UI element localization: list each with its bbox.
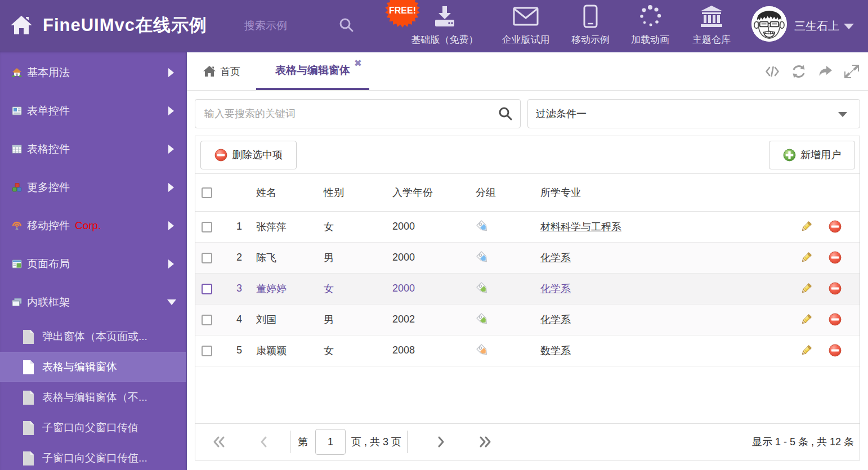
major-link[interactable]: 化学系 — [540, 283, 571, 294]
row-checkbox[interactable] — [202, 222, 212, 232]
cell-index: 2 — [222, 242, 249, 273]
tab-grid-edit-window[interactable]: 表格与编辑窗体 ✖ — [256, 52, 369, 90]
major-link[interactable]: 化学系 — [540, 252, 571, 263]
header-search-input[interactable]: 搜索示例 — [244, 19, 287, 33]
nav-basic-free[interactable]: 基础版（免费） — [406, 5, 483, 47]
cell-group — [469, 335, 534, 366]
delete-row-icon[interactable] — [829, 251, 842, 264]
sidebar-item-mobile-controls[interactable]: 移动控件 Corp. — [0, 207, 186, 245]
sidebar-subitem-grid-edit-window[interactable]: 表格与编辑窗体 — [0, 352, 186, 382]
major-link[interactable]: 数学系 — [540, 345, 571, 356]
sidebar-item-page-layout[interactable]: 页面布局 — [0, 245, 186, 283]
select-all-checkbox[interactable] — [202, 187, 212, 198]
edit-pencil-icon[interactable] — [800, 313, 813, 326]
sidebar-subitem-label: 子窗口向父窗口传值... — [42, 451, 147, 465]
cell-year: 2002 — [386, 304, 469, 335]
delete-row-icon[interactable] — [829, 344, 842, 357]
sidebar-item-more-controls[interactable]: 更多控件 — [0, 168, 186, 207]
last-page-button[interactable] — [479, 436, 491, 448]
refresh-icon[interactable] — [791, 64, 806, 79]
delete-selected-button[interactable]: 删除选中项 — [200, 141, 297, 169]
cell-year: 2000 — [386, 273, 469, 304]
avatar[interactable] — [751, 6, 787, 42]
sidebar-item-form-controls[interactable]: 表单控件 — [0, 92, 186, 130]
sidebar-subitem-grid-edit-window-2[interactable]: 表格与编辑窗体（不... — [0, 382, 186, 413]
home-tab-icon — [203, 66, 216, 77]
source-code-icon[interactable] — [765, 64, 780, 79]
tab-tools — [765, 52, 859, 90]
nav-theme-repo[interactable]: 主题仓库 — [686, 5, 737, 47]
delete-row-icon[interactable] — [829, 282, 842, 295]
sidebar-item-label: 基本用法 — [27, 65, 70, 80]
add-user-button[interactable]: 新增用户 — [769, 141, 855, 169]
row-checkbox[interactable] — [202, 315, 212, 325]
cell-major: 数学系 — [534, 335, 793, 366]
spinner-icon — [638, 5, 663, 28]
nav-enterprise-trial[interactable]: 企业版试用 — [495, 5, 557, 47]
major-link[interactable]: 材料科学与工程系 — [540, 221, 621, 232]
filter-dropdown[interactable]: 过滤条件一 — [527, 99, 860, 128]
search-icon[interactable] — [498, 106, 513, 121]
row-checkbox[interactable] — [202, 346, 212, 356]
edit-pencil-icon[interactable] — [800, 282, 813, 295]
table-header-row: 姓名 性别 入学年份 分组 所学专业 — [195, 174, 860, 211]
cell-actions — [793, 211, 860, 242]
tab-home[interactable]: 首页 — [203, 52, 240, 90]
table-row[interactable]: 4 刘国 男 2002 化学系 — [195, 304, 860, 335]
share-icon[interactable] — [818, 64, 833, 79]
delete-row-icon[interactable] — [829, 313, 842, 326]
table-row[interactable]: 2 陈飞 男 2000 化学系 — [195, 242, 860, 273]
sidebar-subitem-label: 弹出窗体（本页面或... — [42, 329, 147, 344]
home-icon — [12, 68, 22, 78]
sidebar-item-basic-usage[interactable]: 基本用法 — [0, 53, 186, 92]
chevron-right-icon — [168, 68, 174, 77]
first-page-button[interactable] — [213, 436, 225, 448]
table-row[interactable]: 1 张萍萍 女 2000 材料科学与工程系 — [195, 211, 860, 242]
pager-separator — [407, 431, 408, 453]
cell-index: 4 — [222, 304, 249, 335]
sidebar: 基本用法 表单控件 表格控件 更多控件 移动控件 Corp. 页面布局 — [0, 51, 186, 470]
page-number-input[interactable] — [315, 429, 346, 455]
corp-badge: Corp. — [75, 220, 101, 232]
sidebar-subitem-label: 表格与编辑窗体 — [42, 360, 117, 374]
sidebar-item-grid-controls[interactable]: 表格控件 — [0, 130, 186, 168]
edit-pencil-icon[interactable] — [800, 220, 813, 233]
cell-actions — [793, 335, 860, 366]
expand-icon[interactable] — [844, 64, 859, 79]
main-content: 首页 表格与编辑窗体 ✖ — [186, 51, 868, 470]
header-search-icon[interactable] — [338, 17, 354, 33]
user-name[interactable]: 三生石上 — [794, 19, 839, 34]
prev-page-button[interactable] — [258, 436, 270, 448]
row-checkbox[interactable] — [202, 284, 212, 294]
nav-loading-animation[interactable]: 加载动画 — [625, 5, 675, 47]
cell-name: 康颖颖 — [249, 335, 317, 366]
cell-group — [469, 211, 534, 242]
cell-major: 化学系 — [534, 242, 793, 273]
row-checkbox[interactable] — [202, 253, 212, 263]
cell-year: 2000 — [386, 211, 469, 242]
chevron-down-icon — [167, 299, 176, 305]
keyword-search-input[interactable] — [195, 99, 521, 128]
form-icon — [12, 106, 22, 116]
next-page-button[interactable] — [435, 436, 447, 448]
nav-mobile-demo[interactable]: 移动示例 — [565, 5, 616, 47]
user-menu-caret-icon[interactable] — [844, 24, 854, 29]
table-row[interactable]: 3 董婷婷 女 2000 化学系 — [195, 273, 860, 304]
major-link[interactable]: 化学系 — [540, 314, 571, 325]
pagination-bar: 第 页 , 共 3 页 显示 1 - 5 条 , 共 12 条 — [195, 423, 860, 460]
delete-row-icon[interactable] — [829, 220, 842, 233]
table-row[interactable]: 5 康颖颖 女 2008 数学系 — [195, 335, 860, 366]
app-home-icon[interactable] — [10, 13, 33, 37]
sidebar-subitem-popup-window[interactable]: 弹出窗体（本页面或... — [0, 321, 186, 352]
edit-pencil-icon[interactable] — [800, 251, 813, 264]
tag-icon — [476, 343, 490, 357]
chevron-right-icon — [168, 106, 174, 115]
cell-group — [469, 273, 534, 304]
col-header-group: 分组 — [469, 174, 534, 211]
edit-pencil-icon[interactable] — [800, 344, 813, 357]
sidebar-subitem-child-to-parent-2[interactable]: 子窗口向父窗口传值... — [0, 443, 186, 470]
tab-close-icon[interactable]: ✖ — [354, 59, 362, 68]
cell-gender: 女 — [317, 335, 386, 366]
sidebar-subitem-child-to-parent[interactable]: 子窗口向父窗口传值 — [0, 413, 186, 443]
sidebar-item-iframe[interactable]: 内联框架 — [0, 283, 186, 321]
